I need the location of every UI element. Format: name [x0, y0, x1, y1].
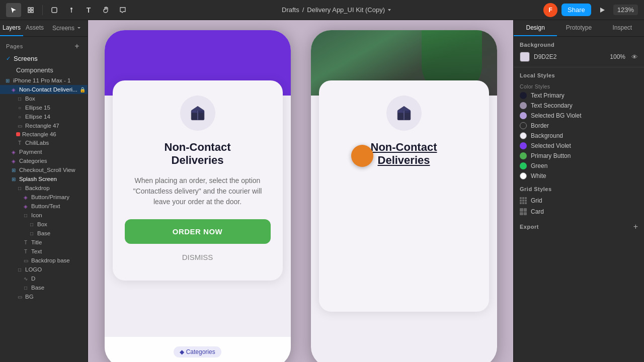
- file-name[interactable]: Delivery App_UI Kit (Copy): [307, 6, 392, 14]
- visibility-toggle[interactable]: 👁: [631, 53, 638, 61]
- layer-label: Button/Text: [31, 203, 60, 209]
- layer-label: Base: [31, 285, 44, 291]
- grid-styles-title: Grid Styles: [514, 181, 644, 195]
- layer-base2[interactable]: □ Base: [0, 283, 88, 292]
- rect-icon: ▭: [22, 257, 29, 264]
- style-selected-bg-violet[interactable]: Selected BG Violet: [514, 111, 644, 121]
- page-screens[interactable]: ✓ Screens: [0, 53, 88, 64]
- tab-design[interactable]: Design: [514, 20, 557, 36]
- style-text-secondary[interactable]: Text Secondary: [514, 101, 644, 111]
- layer-iphone-frame[interactable]: ⊞ iPhone 11 Pro Max - 1: [0, 76, 88, 85]
- pen-tool[interactable]: [64, 3, 79, 17]
- play-button[interactable]: [595, 3, 609, 17]
- style-border[interactable]: Border: [514, 121, 644, 131]
- group-icon: □: [16, 95, 23, 102]
- style-name: Selected Violet: [531, 142, 571, 149]
- layer-base[interactable]: □ Base: [0, 229, 88, 238]
- tab-assets[interactable]: Assets: [23, 20, 46, 36]
- group-icon: □: [22, 212, 29, 219]
- style-background[interactable]: Background: [514, 131, 644, 141]
- color-styles-category: Color Styles: [514, 81, 644, 90]
- bg-color-swatch[interactable]: [520, 52, 530, 62]
- layer-non-contact[interactable]: ◈ Non-Contact Deliveri... 🔒 ◉: [0, 85, 88, 94]
- frame-tool[interactable]: [23, 3, 38, 17]
- comment-tool[interactable]: [115, 3, 130, 17]
- panel-content: Pages + ✓ Screens Components ⊞ iPhone 11…: [0, 37, 88, 362]
- style-name: White: [531, 172, 546, 179]
- add-page-button[interactable]: +: [72, 42, 82, 51]
- layer-ellipse14[interactable]: ○ Ellipse 14: [0, 112, 88, 121]
- left-panel: Layers Assets Screens Pages + ✓ Screens …: [0, 20, 88, 362]
- layer-label: Rectangle 46: [22, 131, 56, 137]
- layer-rect47[interactable]: ▭ Rectangle 47: [0, 121, 88, 130]
- page-components[interactable]: Components: [0, 64, 88, 76]
- categories-chip[interactable]: ◆ Categories: [174, 346, 221, 357]
- layer-backdrop[interactable]: □ Backdrop: [0, 184, 88, 193]
- phone-frame-1[interactable]: Non-Contact Deliveries When placing an o…: [105, 30, 291, 362]
- shape-tool[interactable]: [47, 3, 62, 17]
- style-primary-button[interactable]: Primary Button: [514, 151, 644, 161]
- layer-payment[interactable]: ◈ Payment: [0, 147, 88, 156]
- svg-rect-0: [28, 8, 30, 10]
- style-color-dot: [520, 152, 527, 159]
- text-icon: T: [22, 239, 29, 246]
- hand-tool[interactable]: [98, 3, 113, 17]
- layer-rect46[interactable]: Rectangle 46: [0, 130, 88, 138]
- layer-backdrop-base[interactable]: ▭ Backdrop base: [0, 256, 88, 265]
- component-icon: ◈: [10, 86, 17, 93]
- grid-style-name: Grid: [531, 197, 542, 204]
- layer-logo[interactable]: □ LOGO: [0, 265, 88, 274]
- drafts-label[interactable]: Drafts: [282, 6, 299, 14]
- share-button[interactable]: Share: [561, 4, 591, 16]
- layer-d-vector[interactable]: ∿ D: [0, 274, 88, 283]
- layer-box2[interactable]: □ Box: [0, 220, 88, 229]
- layer-label: Icon: [31, 212, 42, 218]
- style-white[interactable]: White: [514, 171, 644, 181]
- dismiss-button[interactable]: DISMISS: [125, 246, 271, 268]
- tab-layers[interactable]: Layers: [0, 20, 23, 36]
- layer-label: Ellipse 15: [25, 105, 50, 111]
- layer-btn-primary[interactable]: ◈ Button/Primary: [0, 193, 88, 202]
- grid-style-grid[interactable]: Grid: [514, 195, 644, 206]
- local-styles-section: Local Styles Color Styles Text Primary T…: [514, 67, 644, 217]
- layer-title[interactable]: T Title: [0, 238, 88, 247]
- export-section: Export +: [514, 217, 644, 236]
- style-color-dot: [520, 172, 527, 179]
- layer-splash[interactable]: ⊞ Splash Screen: [0, 174, 88, 184]
- layer-btn-text[interactable]: ◈ Button/Text: [0, 202, 88, 211]
- layer-categories[interactable]: ◈ Categories: [0, 156, 88, 165]
- style-name: Background: [531, 132, 563, 139]
- layer-bg[interactable]: ▭ BG: [0, 292, 88, 301]
- layer-icon-group[interactable]: □ Icon: [0, 211, 88, 220]
- tab-prototype[interactable]: Prototype: [557, 20, 600, 36]
- style-green[interactable]: Green: [514, 161, 644, 171]
- layer-checkout[interactable]: ⊞ Checkout_Scroll View: [0, 165, 88, 174]
- bg-hex-value[interactable]: D9D2E2: [534, 53, 606, 60]
- order-now-button[interactable]: ORDER NOW: [125, 219, 271, 244]
- layer-ellipse15[interactable]: ○ Ellipse 15: [0, 103, 88, 112]
- local-styles-title: Local Styles: [514, 67, 644, 81]
- layer-label: Text: [31, 248, 42, 254]
- screens-header[interactable]: Screens: [46, 20, 88, 36]
- tab-inspect[interactable]: Inspect: [601, 20, 644, 36]
- grid-style-card[interactable]: Card: [514, 206, 644, 217]
- style-text-primary[interactable]: Text Primary: [514, 90, 644, 101]
- text-tool[interactable]: T: [81, 3, 96, 17]
- toolbar-left: T: [6, 3, 130, 17]
- page-components-label: Components: [16, 66, 53, 74]
- card2-icon-circle: [386, 96, 422, 131]
- export-add-button[interactable]: +: [633, 222, 638, 231]
- svg-rect-1: [31, 8, 33, 10]
- layer-chilabs[interactable]: T ChiliLabs: [0, 138, 88, 147]
- separator: [42, 5, 43, 15]
- style-selected-violet[interactable]: Selected Violet: [514, 141, 644, 151]
- style-color-dot: [520, 142, 527, 149]
- layer-label: ChiliLabs: [25, 140, 49, 146]
- lock-icon[interactable]: 🔒: [79, 87, 86, 93]
- move-tool[interactable]: [6, 3, 21, 17]
- layer-text[interactable]: T Text: [0, 247, 88, 256]
- phone-frame-2[interactable]: Non-Contact Deliveries: [311, 30, 497, 362]
- bg-opacity-value[interactable]: 100%: [610, 53, 625, 60]
- layer-box[interactable]: □ Box: [0, 94, 88, 103]
- zoom-control[interactable]: 123%: [613, 5, 638, 15]
